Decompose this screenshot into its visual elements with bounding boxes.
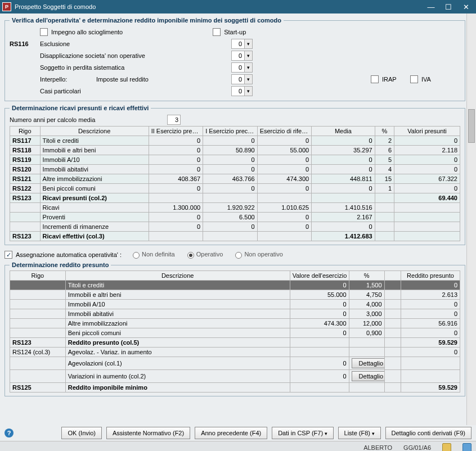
impegno-label: Impegno allo scioglimento xyxy=(51,29,123,35)
status-bar: ALBERTO GG/01/A6 xyxy=(0,441,476,451)
assegn-label: Assegnazione automatica operativita' : xyxy=(16,251,122,258)
table-row[interactable]: Immobili A/1004,0000 xyxy=(10,300,460,309)
reddito-table: Rigo Descrizione Valore dell'esercizio %… xyxy=(10,270,460,393)
media-input[interactable] xyxy=(167,115,181,125)
table-row[interactable]: RS124 (col.3)Agevolaz. - Variaz. in aume… xyxy=(10,348,460,357)
th-rigo: Rigo xyxy=(10,127,41,136)
th2-ex xyxy=(384,271,401,281)
th2-pct: % xyxy=(349,271,384,281)
ok-button[interactable]: OK (Invio) xyxy=(61,427,102,439)
table-row[interactable]: Titoli e crediti01,5000 xyxy=(10,281,460,290)
th-e2: II Esercizio precedente xyxy=(149,127,203,136)
verifica-fieldset: Verifica dell'operativita' e determinazi… xyxy=(5,17,465,101)
th-er: Esercizio di riferimento xyxy=(257,127,312,136)
ricavi-fieldset: Determinazione ricavi presunti e ricavi … xyxy=(5,105,465,245)
window-title: Prospetto Soggetti di comodo xyxy=(15,3,423,10)
radio-nonoperativo[interactable]: Non operativo xyxy=(235,251,283,258)
interpello-sub-label: Imposte sul reddito xyxy=(96,76,231,83)
irap-checkbox[interactable] xyxy=(371,75,379,83)
table-row[interactable]: RS119Immobili A/10000050 xyxy=(10,155,460,165)
table-row[interactable]: RS123Ricavi effettivi (col.3)1.412.683 xyxy=(10,232,460,241)
perdita-label: Soggetto in perdita sistematica xyxy=(40,64,231,71)
maximize-button[interactable]: ☐ xyxy=(441,3,456,11)
casi-select[interactable]: ▾ xyxy=(231,86,253,96)
radio-operativo[interactable]: Operativo xyxy=(187,251,223,258)
media-label: Numero anni per calcolo media xyxy=(10,116,167,123)
table-row[interactable]: RS121Altre immobilizzazioni408.367463.76… xyxy=(10,174,460,184)
status-code: GG/01/A6 xyxy=(403,444,431,451)
assistente-button[interactable]: Assistente Normativo (F2) xyxy=(106,427,190,439)
interpello-select[interactable]: ▾ xyxy=(231,74,253,84)
esclusione-label: Esclusione xyxy=(40,40,231,47)
table-row[interactable]: Immobili abitativi03,0000 xyxy=(10,309,460,319)
table-row[interactable]: Incrementi di rimanenze0000 xyxy=(10,222,460,232)
ricavi-table: Rigo Descrizione II Esercizio precedente… xyxy=(10,126,460,241)
rs116-code: RS116 xyxy=(10,40,40,47)
table-row[interactable]: Variazioni in aumento (col.2)0Dettaglio xyxy=(10,370,460,383)
table-row[interactable]: Ricavi1.300.0001.920.9221.010.6251.410.5… xyxy=(10,203,460,213)
iva-checkbox[interactable] xyxy=(410,75,418,83)
table-row[interactable]: RS123Reddito presunto (col.5)59.529 xyxy=(10,338,460,348)
table-row[interactable]: RS125Reddito imponibile minimo59.529 xyxy=(10,383,460,393)
minimize-button[interactable]: — xyxy=(423,3,439,11)
impegno-checkbox[interactable] xyxy=(40,28,48,36)
startup-label: Start-up xyxy=(224,29,246,35)
perdita-select[interactable]: ▾ xyxy=(231,62,253,73)
csp-button[interactable]: Dati in CSP (F7) xyxy=(272,427,333,439)
dettaglio-mini-button[interactable]: Dettaglio xyxy=(352,371,384,381)
table-row[interactable]: RS118Immobili e altri beni050.89055.0003… xyxy=(10,146,460,155)
assegn-checkbox[interactable] xyxy=(5,251,12,259)
button-bar: ? OK (Invio) Assistente Normativo (F2) A… xyxy=(0,425,476,441)
th2-red: Reddito presunto xyxy=(401,271,460,281)
th2-rigo: Rigo xyxy=(10,271,66,281)
verifica-legend: Verifica dell'operativita' e determinazi… xyxy=(10,17,284,24)
table-row[interactable]: Proventi06.50002.167 xyxy=(10,213,460,222)
table-row[interactable]: RS120Immobili abitativi000040 xyxy=(10,165,460,174)
status-user: ALBERTO xyxy=(363,444,392,451)
th2-desc: Descrizione xyxy=(65,271,290,281)
iva-label: IVA xyxy=(421,76,431,83)
ricavi-legend: Determinazione ricavi presunti e ricavi … xyxy=(10,105,151,111)
table-row[interactable]: Immobili e altri beni55.0004,7502.613 xyxy=(10,290,460,300)
th-e1: I Esercizio precedente xyxy=(203,127,258,136)
anno-button[interactable]: Anno precedente (F4) xyxy=(195,427,267,439)
table-row[interactable]: Altre immobilizzazioni474.30012,00056.91… xyxy=(10,319,460,328)
scrollbar[interactable] xyxy=(466,13,476,425)
table-row[interactable]: Agevolazioni (col.1)0Dettaglio xyxy=(10,357,460,370)
table-row[interactable]: RS117Titoli e crediti000020 xyxy=(10,136,460,146)
disapp-select[interactable]: ▾ xyxy=(231,51,253,61)
dettaglio-button[interactable]: Dettaglio conti derivati (F9) xyxy=(385,427,471,439)
th2-val: Valore dell'esercizio xyxy=(290,271,349,281)
trash-icon[interactable] xyxy=(442,443,451,452)
close-button[interactable]: ✕ xyxy=(458,3,474,11)
th-media: Media xyxy=(312,127,375,136)
disapp-label: Disapplicazione societa' non operative xyxy=(40,52,231,59)
liste-button[interactable]: Liste (F8) xyxy=(338,427,381,439)
table-row[interactable]: Beni piccoli comuni00,9000 xyxy=(10,328,460,338)
dettaglio-mini-button[interactable]: Dettaglio xyxy=(352,358,384,368)
reddito-fieldset: Determinazione reddito presunto Rigo Des… xyxy=(5,261,465,396)
app-icon: P xyxy=(2,2,11,11)
screens-icon[interactable] xyxy=(462,443,471,452)
reddito-legend: Determinazione reddito presunto xyxy=(10,261,111,268)
table-row[interactable]: RS123Ricavi presunti (col.2)69.440 xyxy=(10,193,460,203)
casi-label: Casi particolari xyxy=(40,88,231,94)
table-row[interactable]: RS122Beni piccoli comuni000010 xyxy=(10,184,460,193)
startup-checkbox[interactable] xyxy=(213,28,221,36)
titlebar: P Prospetto Soggetti di comodo — ☐ ✕ xyxy=(0,0,476,13)
irap-label: IRAP xyxy=(382,76,405,83)
th-val: Valori presunti xyxy=(394,127,460,136)
esclusione-select[interactable]: ▾ xyxy=(231,39,253,49)
interpello-label: Interpello: xyxy=(40,76,96,83)
th-desc: Descrizione xyxy=(40,127,149,136)
radio-nondef[interactable]: Non definita xyxy=(133,251,175,258)
th-pct: % xyxy=(375,127,394,136)
help-icon[interactable]: ? xyxy=(5,429,14,438)
